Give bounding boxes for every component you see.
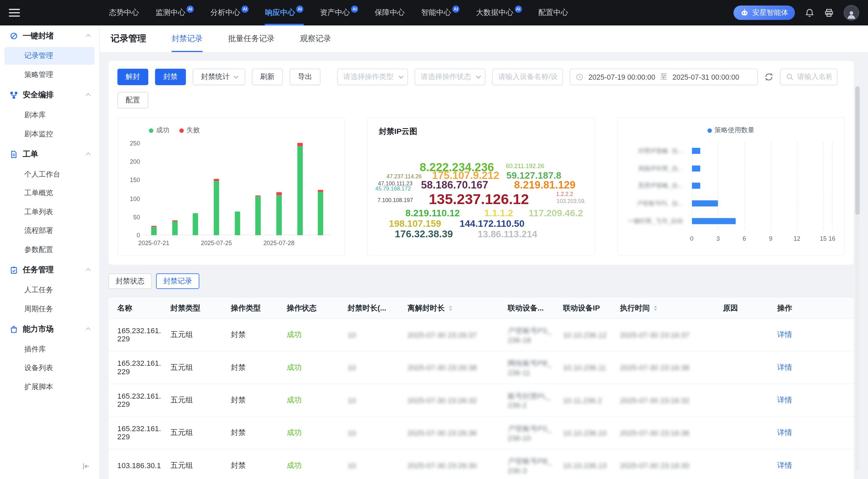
nav-item-5[interactable]: 保障中心 <box>367 0 413 25</box>
ai-badge: AI <box>186 5 194 13</box>
nav-item-7[interactable]: 大数据中心AI <box>468 0 530 25</box>
sidebar-item-4-1[interactable]: 设备列表 <box>4 359 95 377</box>
cloud-ip: 45.79.168.172 <box>375 186 411 191</box>
nav-item-8[interactable]: 配置中心 <box>530 0 576 25</box>
page-title: 记录管理 <box>111 25 146 52</box>
chevron-down-icon <box>476 74 481 79</box>
cell-reason <box>718 363 773 372</box>
cell-text: 10.10.236.11 <box>563 363 606 372</box>
subtab-ban-records[interactable]: 封禁记录 <box>156 274 199 289</box>
sidebar-item-1-0[interactable]: 剧本库 <box>4 106 95 124</box>
page-header: 记录管理 封禁记录 批量任务记录 观察记录 <box>100 25 868 52</box>
nav-item-6[interactable]: 智能中心AI <box>413 0 468 25</box>
agent-pill[interactable]: 安星智能体 <box>733 5 795 20</box>
bar-track <box>692 183 832 189</box>
sidebar-section-label: 任务管理 <box>23 265 54 275</box>
orchestration-icon <box>10 91 18 99</box>
cloud-ip: 176.32.38.39 <box>395 229 453 239</box>
detail-link[interactable]: 详情 <box>777 460 792 470</box>
sidebar-item-3-1[interactable]: 周期任务 <box>4 300 95 318</box>
sidebar-section-1[interactable]: 安全编排 <box>0 85 99 105</box>
sort-icon[interactable] <box>449 305 452 311</box>
cell-reason <box>718 461 773 470</box>
cell-status: 成功 <box>282 358 343 377</box>
nav-item-3[interactable]: 响应中心AI <box>257 0 312 25</box>
sidebar-section-4[interactable]: 能力市场 <box>0 319 99 339</box>
cell-text: 2025-07-30 23:16:37 <box>620 331 690 339</box>
policy-label: 恶意IP策略_自... <box>625 182 687 190</box>
config-button[interactable]: 配置 <box>117 92 148 108</box>
table-header-cell: 封禁类型 <box>166 299 226 318</box>
x-tick-label: 15 <box>820 235 827 242</box>
sidebar-item-0-1[interactable]: 策略管理 <box>4 66 95 83</box>
nav-item-4[interactable]: 资产中心AI <box>312 0 367 25</box>
detail-link[interactable]: 详情 <box>777 428 792 438</box>
refresh-button[interactable]: 刷新 <box>252 68 283 85</box>
device-name-input[interactable]: 请输入设备名称/设 <box>492 68 563 85</box>
export-button[interactable]: 导出 <box>290 68 320 85</box>
sidebar-item-1-1[interactable]: 剧本监控 <box>4 125 95 143</box>
nav-item-1[interactable]: 监测中心AI <box>147 0 202 25</box>
sidebar-item-2-3[interactable]: 流程部署 <box>4 222 95 240</box>
detail-link[interactable]: 详情 <box>777 330 792 340</box>
detail-link[interactable]: 详情 <box>777 362 792 372</box>
bar-segment-success <box>193 213 198 235</box>
tab-ban-records[interactable]: 封禁记录 <box>172 25 202 52</box>
scrollbar[interactable] <box>855 86 860 471</box>
chevron-down-icon <box>234 74 238 79</box>
y-tick-label: 200 <box>123 158 140 165</box>
op-status-select[interactable]: 请选择操作状态 <box>415 68 486 85</box>
ban-stats-button[interactable]: 封禁统计 <box>193 68 245 85</box>
bell-icon[interactable] <box>805 8 814 18</box>
subtab-ban-status[interactable]: 封禁状态 <box>108 274 152 289</box>
op-type-select[interactable]: 请选择操作类型 <box>337 68 408 85</box>
tab-batch-task-records[interactable]: 批量任务记录 <box>228 25 275 52</box>
table-header-cell[interactable]: 离解封时长 <box>403 299 504 318</box>
cell-text: 10 <box>348 428 356 437</box>
reload-icon[interactable] <box>765 73 773 81</box>
sidebar-section-3[interactable]: 任务管理 <box>0 260 99 280</box>
cell-text: 2025-07-30 23:26:32 <box>408 396 477 404</box>
scrollbar-thumb[interactable] <box>855 86 860 215</box>
sidebar-item-3-0[interactable]: 人工任务 <box>4 281 95 299</box>
sidebar-section-2[interactable]: 工单 <box>0 144 99 164</box>
menu-icon[interactable] <box>9 9 20 17</box>
collapse-sidebar-icon[interactable] <box>82 463 90 472</box>
sidebar-item-2-4[interactable]: 参数配置 <box>4 241 95 258</box>
sidebar-section-0[interactable]: 一键封堵 <box>0 25 99 46</box>
detail-link[interactable]: 详情 <box>777 395 792 405</box>
bar-segment-fail <box>276 192 281 196</box>
cell-action: 详情 <box>773 391 853 410</box>
date-range-picker[interactable]: 2025-07-19 00:00:00 至 2025-07-31 00:00:0… <box>570 68 758 85</box>
sort-icon[interactable] <box>654 305 657 311</box>
nav-item-2[interactable]: 分析中心AI <box>202 0 257 25</box>
chevron-up-icon <box>86 327 91 332</box>
search-input[interactable]: 请输入名称 <box>780 68 837 85</box>
nav-item-0[interactable]: 态势中心 <box>101 0 147 25</box>
nav-item-label: 智能中心 <box>421 8 451 18</box>
policy-bar-row: 恶意IP策略_自... <box>625 177 832 195</box>
printer-icon[interactable] <box>824 8 834 18</box>
sidebar-item-2-0[interactable]: 个人工作台 <box>4 165 95 183</box>
unban-button[interactable]: 解封 <box>117 68 148 85</box>
sidebar-item-4-0[interactable]: 插件库 <box>4 340 95 358</box>
sidebar-item-4-2[interactable]: 扩展脚本 <box>4 378 95 396</box>
policy-legend: 策略使用数量 <box>617 126 844 135</box>
avatar[interactable] <box>844 5 859 21</box>
cell-device_ip: 10.10.236.12 <box>558 326 615 343</box>
tab-observe-records[interactable]: 观察记录 <box>300 25 331 52</box>
status-badge: 成功 <box>287 395 302 405</box>
chevron-down-icon <box>399 74 403 79</box>
cloud-ip: 198.107.159 <box>389 219 441 228</box>
policy-bars: 封禁IP策略_自...风险IP封禁_自...恶意IP策略_自...户管账号PL_… <box>625 142 832 230</box>
x-tick-label: 2025-07-21 <box>138 240 170 246</box>
cell-text: 网络账号PB_236-11 <box>508 358 554 377</box>
trend-plot: 0501001502002502025-07-212025-07-252025-… <box>143 143 331 235</box>
sidebar-item-2-2[interactable]: 工单列表 <box>4 203 95 221</box>
sidebar-item-0-0[interactable]: 记录管理 <box>4 47 95 65</box>
table-header-cell[interactable]: 执行时间 <box>616 299 719 318</box>
cell-duration: 10 <box>343 326 403 343</box>
sidebar-item-2-1[interactable]: 工单概览 <box>4 184 95 202</box>
cell-text: 2025-07-30 23:26:38 <box>408 363 477 372</box>
ban-button[interactable]: 封禁 <box>155 68 186 85</box>
